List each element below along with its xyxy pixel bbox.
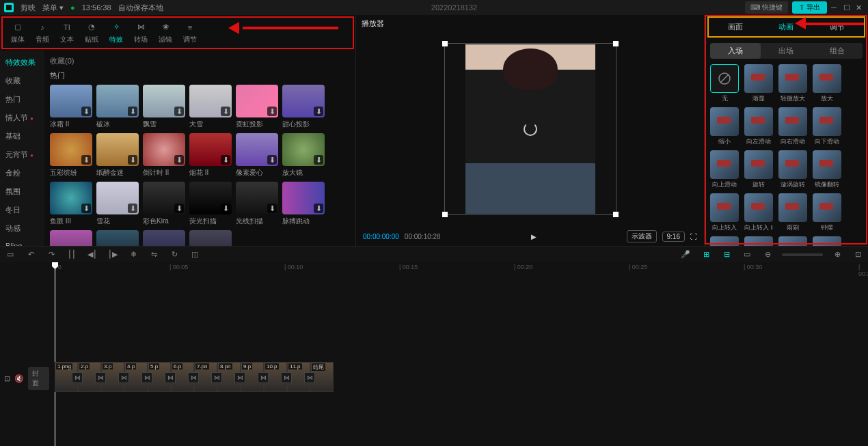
cover-button[interactable]: 封面 [28,367,49,390]
category-item[interactable]: 元宵节 ● [0,145,44,164]
resize-handle[interactable] [442,212,448,217]
effect-card[interactable]: ⬇像素爱心 [236,133,278,178]
effect-card[interactable]: ⬇ [96,230,139,246]
primary-tab-贴纸[interactable]: ◔贴纸 [79,22,104,44]
effect-card[interactable]: ⬇纸醉金迷 [96,133,139,178]
category-item[interactable]: 金粉 [0,164,44,182]
download-icon[interactable]: ⬇ [81,155,91,165]
download-icon[interactable]: ⬇ [314,107,323,116]
animation-card[interactable]: 向上转入 II [744,193,773,232]
effect-card[interactable]: ⬇鱼眼 III [50,182,92,226]
transition-icon[interactable]: ⋈ [211,372,222,383]
download-icon[interactable]: ⬇ [174,155,184,165]
download-icon[interactable]: ⬇ [267,107,277,116]
redo-icon[interactable]: ↷ [45,249,57,261]
primary-tab-特效[interactable]: ✧特效 [104,22,128,44]
effect-card[interactable]: ⬇倒计时 II [143,133,185,178]
export-button[interactable]: ⇧ 导出 [792,1,827,14]
property-tab[interactable]: 画面 [710,19,761,35]
split-icon[interactable]: ⎮⎮ [66,249,78,261]
undo-icon[interactable]: ↶ [25,249,37,261]
download-icon[interactable]: ⬇ [221,204,230,213]
zoom-fit-icon[interactable]: ⊡ [852,249,864,261]
download-icon[interactable]: ⬇ [174,107,184,116]
animation-card[interactable]: 向上滑动 [710,150,739,189]
primary-tab-调节[interactable]: ≡调节 [178,22,202,44]
animation-card[interactable]: 雨刷 [778,193,807,232]
zoom-in-icon[interactable]: ⊕ [831,249,843,261]
transition-icon[interactable]: ⋈ [258,372,269,383]
resize-handle[interactable] [613,212,619,217]
category-item[interactable]: 基础 [0,127,44,145]
effect-card[interactable]: ⬇脉搏跳动 [282,182,325,226]
category-item[interactable]: 情人节 ● [0,109,44,127]
transition-icon[interactable]: ⋈ [118,372,129,383]
zoom-slider[interactable] [782,253,823,256]
shortcut-button[interactable]: ⌨ 快捷键 [745,1,788,14]
download-icon[interactable]: ⬇ [267,155,277,165]
animation-subtab[interactable]: 出场 [761,43,811,59]
download-icon[interactable]: ⬇ [314,204,323,213]
effect-card[interactable]: ⬇烟花 II [189,133,232,178]
ratio-button[interactable]: 9:16 [662,232,685,242]
scope-button[interactable]: 示波器 [627,230,657,242]
magnet-icon[interactable]: ⊞ [700,249,712,261]
animation-subtab[interactable]: 组合 [812,43,863,59]
animation-card[interactable]: 缩小 [710,107,739,146]
effect-card[interactable]: ⬇彩色Kira [143,182,185,226]
effect-card[interactable]: ⬇霓虹投影 [236,85,278,129]
close-icon[interactable]: ✕ [856,3,864,12]
animation-card[interactable] [813,236,841,246]
timeline[interactable]: | 0| 00:05| 00:10| 00:15| 00:20| 00:25| … [0,262,868,446]
effect-card[interactable]: ⬇大雪 [189,85,232,129]
effect-card[interactable]: ⬇雪花 [96,182,139,226]
effect-card[interactable]: ⬇甜心投影 [282,85,325,129]
preview-canvas-area[interactable] [356,31,704,227]
animation-card[interactable]: 向左滑动 [744,107,773,146]
animation-card[interactable]: 钟摆 [813,193,841,232]
effect-card[interactable]: ⬇ [50,230,92,246]
reset-icon[interactable] [524,122,537,136]
link-icon[interactable]: ⊟ [720,249,733,261]
animation-card[interactable]: 漩涡旋转 [778,150,807,189]
minimize-icon[interactable]: ─ [831,3,839,12]
effect-card[interactable]: ⬇冰霜 II [50,85,92,129]
effect-card[interactable]: ⬇ [143,230,185,246]
primary-tab-滤镜[interactable]: ❀滤镜 [153,22,178,44]
animation-card[interactable] [778,236,807,246]
animation-card[interactable] [744,236,773,246]
mirror-icon[interactable]: ⇋ [148,249,160,261]
playhead[interactable] [55,262,55,446]
transition-icon[interactable]: ⋈ [281,372,292,383]
download-icon[interactable]: ⬇ [128,204,137,213]
menu-dropdown[interactable]: 菜单 ▾ [42,3,64,13]
timeline-ruler[interactable]: | 0| 00:05| 00:10| 00:15| 00:20| 00:25| … [0,262,868,273]
animation-card[interactable]: 放大 [813,64,841,103]
animation-card[interactable]: 渐显 [744,64,773,103]
effect-card[interactable]: ⬇荧光扫描 [189,182,232,226]
mic-icon[interactable]: 🎤 [679,249,692,261]
animation-card[interactable]: 向上转入 [710,193,739,232]
crop-icon[interactable]: ◫ [189,249,201,261]
effect-card[interactable]: ⬇放大镜 [282,133,325,178]
effect-card[interactable]: ⬇飘雪 [143,85,185,129]
download-icon[interactable]: ⬇ [221,107,230,116]
lock-icon[interactable]: ⊡ [4,374,10,383]
download-icon[interactable]: ⬇ [128,155,137,165]
fullscreen-icon[interactable]: ⛶ [690,233,697,240]
category-item[interactable]: 热门 [0,90,44,109]
category-item[interactable]: 收藏 [0,72,44,90]
animation-subtab[interactable]: 入场 [710,43,761,59]
transition-icon[interactable]: ⋈ [141,372,152,383]
mute-icon[interactable]: 🔇 [14,374,24,383]
category-item[interactable]: 特效效果 [0,53,44,72]
effect-card[interactable]: ⬇五彩缤纷 [50,133,92,178]
download-icon[interactable]: ⬇ [81,204,91,213]
effect-card[interactable]: ⬇光线扫描 [236,182,278,226]
preview-mode-icon[interactable]: ▭ [741,249,753,261]
animation-card[interactable]: 向下滑动 [813,107,841,146]
category-item[interactable]: 动感 [0,219,44,238]
download-icon[interactable]: ⬇ [267,204,277,213]
timeline-clip[interactable]: 1.png⋈ [55,362,78,392]
transition-icon[interactable]: ⋈ [95,372,106,383]
